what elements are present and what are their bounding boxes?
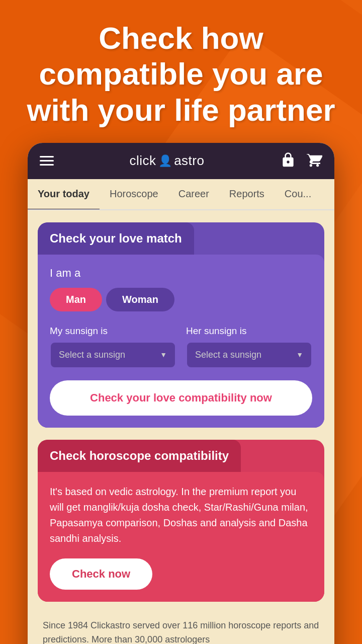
love-match-card-body: I am a Man Woman My sunsign is Select a … xyxy=(38,255,324,428)
lock-icon[interactable] xyxy=(280,152,296,170)
hamburger-menu-button[interactable] xyxy=(40,156,54,166)
tab-couple[interactable]: Cou... xyxy=(275,179,321,209)
her-sunsign-placeholder: Select a sunsign xyxy=(195,350,261,360)
horoscope-description: It's based on vedic astrology. In the pr… xyxy=(50,484,312,546)
my-sunsign-dropdown-arrow: ▼ xyxy=(160,351,167,359)
love-match-card-header: Check your love match xyxy=(38,222,194,255)
love-match-card: Check your love match I am a Man Woman M… xyxy=(38,222,324,428)
check-compatibility-button-label: Check your love compatibility now xyxy=(90,391,272,404)
tab-your-today[interactable]: Your today xyxy=(28,179,100,210)
my-sunsign-placeholder: Select a sunsign xyxy=(59,350,125,360)
gender-man-button[interactable]: Man xyxy=(50,288,102,311)
tab-horoscope[interactable]: Horoscope xyxy=(100,179,168,209)
sunsign-row: My sunsign is Select a sunsign ▼ Her sun… xyxy=(50,326,312,368)
logo-text-astro: astro xyxy=(174,153,204,169)
my-sunsign-label: My sunsign is xyxy=(50,326,176,337)
my-sunsign-group: My sunsign is Select a sunsign ▼ xyxy=(50,326,176,368)
tab-reports[interactable]: Reports xyxy=(219,179,275,209)
i-am-label: I am a xyxy=(50,267,312,280)
app-body: Check your love match I am a Man Woman M… xyxy=(28,210,334,644)
check-now-button[interactable]: Check now xyxy=(50,558,152,590)
her-sunsign-dropdown-arrow: ▼ xyxy=(296,351,303,359)
gender-toggle: Man Woman xyxy=(50,288,312,311)
her-sunsign-group: Her sunsign is Select a sunsign ▼ xyxy=(186,326,312,368)
logo-person-icon: 👤 xyxy=(158,154,172,168)
her-sunsign-label: Her sunsign is xyxy=(186,326,312,337)
app-header: click 👤 astro xyxy=(28,143,334,179)
header-icons xyxy=(280,152,322,170)
horoscope-card-header: Check horoscope compatibility xyxy=(38,440,241,472)
footer-text: Since 1984 Clickastro served over 116 mi… xyxy=(38,614,324,644)
check-compatibility-button[interactable]: Check your love compatibility now xyxy=(50,380,312,416)
horoscope-card-body: It's based on vedic astrology. In the pr… xyxy=(38,472,324,602)
horoscope-card-title: Check horoscope compatibility xyxy=(50,449,229,462)
my-sunsign-select[interactable]: Select a sunsign ▼ xyxy=(50,342,176,368)
check-now-button-label: Check now xyxy=(72,568,130,580)
her-sunsign-select[interactable]: Select a sunsign ▼ xyxy=(186,342,312,368)
app-logo: click 👤 astro xyxy=(130,153,205,169)
hero-title: Check how compatible you are with your l… xyxy=(0,0,362,143)
love-match-title: Check your love match xyxy=(50,231,182,245)
horoscope-card: Check horoscope compatibility It's based… xyxy=(38,440,324,602)
gender-woman-button[interactable]: Woman xyxy=(106,288,174,311)
nav-tabs: Your today Horoscope Career Reports Cou.… xyxy=(28,179,334,210)
tab-career[interactable]: Career xyxy=(168,179,219,209)
logo-text-click: click xyxy=(130,153,156,169)
cart-icon[interactable] xyxy=(306,152,322,170)
phone-mockup: click 👤 astro Your today Ho xyxy=(28,143,334,644)
